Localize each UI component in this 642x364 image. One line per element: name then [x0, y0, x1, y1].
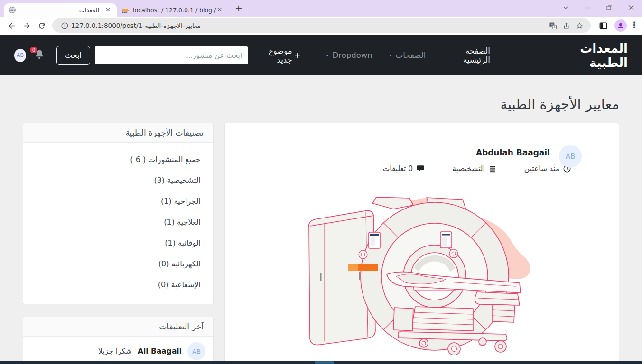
browser-profile-avatar[interactable]: [614, 19, 627, 32]
search-button[interactable]: ابحث: [56, 46, 90, 65]
post-category[interactable]: التشخيصية: [452, 164, 497, 173]
bookmark-star-icon[interactable]: [573, 19, 586, 32]
tab-title: localhost / 127.0.0.1 / blog / pos: [133, 7, 216, 14]
notification-badge: 0: [30, 47, 37, 53]
post-comments-count: 0 تعليقات: [383, 164, 425, 173]
notifications-bell[interactable]: 0: [34, 49, 45, 62]
comment-text: شكرا جزيلا: [98, 347, 132, 355]
svg-text:PMA: PMA: [122, 11, 128, 14]
category-item-radiological[interactable]: الإشعاعية (0): [23, 274, 213, 295]
category-item-preventive[interactable]: الوقائية (1): [23, 233, 213, 254]
tab-title: المعدات: [79, 7, 99, 14]
chevron-down-icon: [326, 55, 329, 58]
page-title: معايير الأجهزة الطبية: [23, 96, 619, 112]
comment-row: AB Ali Baagail شكرا جزيلا: [23, 337, 213, 364]
site-info-icon[interactable]: [58, 19, 71, 32]
user-avatar[interactable]: AB: [14, 49, 26, 62]
translate-icon[interactable]: 文A: [546, 19, 559, 32]
address-bar[interactable]: 127.0.0.1:8000/post/1-معايير-الأجهزة-الط…: [52, 18, 591, 33]
tab-close-icon[interactable]: ✕: [104, 6, 112, 14]
category-item-diagnostic[interactable]: التشخيصية (3): [23, 170, 213, 191]
sidebar: تصنيفات الأجهزة الطبية جميع المنشورات ( …: [23, 123, 214, 364]
globe-favicon-icon: [9, 6, 16, 14]
nav-link-pages[interactable]: الصفحات: [384, 47, 430, 64]
close-window-button[interactable]: [620, 0, 642, 15]
share-icon[interactable]: [559, 19, 573, 32]
comment-bubble-icon: [416, 164, 425, 173]
chevron-down-icon: [389, 55, 392, 58]
forward-button[interactable]: [19, 18, 34, 33]
taskbar-active-segment: [315, 361, 334, 364]
phpmyadmin-favicon-icon: PMA: [121, 6, 129, 14]
url-text[interactable]: 127.0.0.1:8000/post/1-معايير-الأجهزة-الط…: [71, 22, 546, 29]
browser-tab-strip: المعدات ✕ PMA localhost / 127.0.0.1 / bl…: [0, 0, 642, 17]
restore-button[interactable]: [598, 0, 620, 15]
side-panel-icon[interactable]: [595, 18, 611, 33]
site-brand[interactable]: المعدات الطبية: [547, 41, 628, 70]
recent-comments-card: آخر التعليقات AB Ali Baagail شكرا جزيلا …: [23, 317, 214, 364]
nav-link-dropdown[interactable]: Dropdown: [321, 47, 377, 64]
category-item-surgical[interactable]: الجراحية (1): [23, 191, 213, 212]
categories-card: تصنيفات الأجهزة الطبية جميع المنشورات ( …: [23, 123, 214, 304]
webpage-viewport: المعدات الطبية الصفحة الرئيسية الصفحات D…: [0, 35, 642, 364]
commenter-name: Ali Baagail: [138, 347, 182, 355]
plus-icon: +: [294, 51, 301, 60]
categories-title: تصنيفات الأجهزة الطبية: [23, 123, 213, 143]
list-icon: [488, 164, 497, 173]
search-form: ابحث: [56, 46, 248, 65]
new-tab-button[interactable]: +: [232, 2, 245, 15]
post-meta: منذ ساعتين التشخيصية 0 تعليقات: [236, 164, 571, 173]
browser-menu-icon[interactable]: •••: [631, 22, 638, 29]
taskbar-edge: [0, 361, 642, 364]
categories-list: جميع المنشورات ( 6 ) التشخيصية (3) الجرا…: [23, 143, 213, 304]
category-item-therapeutic[interactable]: العلاجية (1): [23, 212, 213, 233]
reload-button[interactable]: [34, 18, 49, 33]
recent-comments-title: آخر التعليقات: [23, 317, 213, 337]
browser-toolbar: 127.0.0.1:8000/post/1-معايير-الأجهزة-الط…: [0, 17, 642, 35]
main-content: معايير الأجهزة الطبية AB Abdulah Baagail…: [0, 96, 642, 364]
category-item-all[interactable]: جميع المنشورات ( 6 ): [23, 149, 213, 170]
window-controls: [555, 0, 642, 15]
svg-text:A: A: [553, 26, 556, 29]
mri-machine-illustration: [303, 195, 540, 360]
site-navbar: المعدات الطبية الصفحة الرئيسية الصفحات D…: [0, 35, 642, 75]
back-button[interactable]: [4, 18, 19, 33]
new-topic-link[interactable]: + موضوع جديد: [256, 46, 301, 64]
post-author-avatar: AB: [559, 145, 582, 168]
search-input[interactable]: [95, 46, 248, 64]
tab-close-icon[interactable]: ✕: [216, 6, 223, 14]
minimize-button[interactable]: [577, 0, 598, 15]
post-author-name: Abdulah Baagail: [236, 148, 550, 157]
category-item-electrical[interactable]: الكهربائية (0): [23, 254, 213, 274]
post-card: AB Abdulah Baagail منذ ساعتين التشخيصية …: [224, 123, 619, 364]
tab-active[interactable]: المعدات ✕: [4, 3, 117, 17]
tab-divider: [230, 3, 230, 11]
commenter-avatar: AB: [187, 342, 205, 360]
tab-search-chevron-icon[interactable]: [555, 0, 577, 15]
tab-phpmyadmin[interactable]: PMA localhost / 127.0.0.1 / blog / pos ✕: [117, 3, 228, 17]
nav-link-home[interactable]: الصفحة الرئيسية: [437, 43, 495, 68]
